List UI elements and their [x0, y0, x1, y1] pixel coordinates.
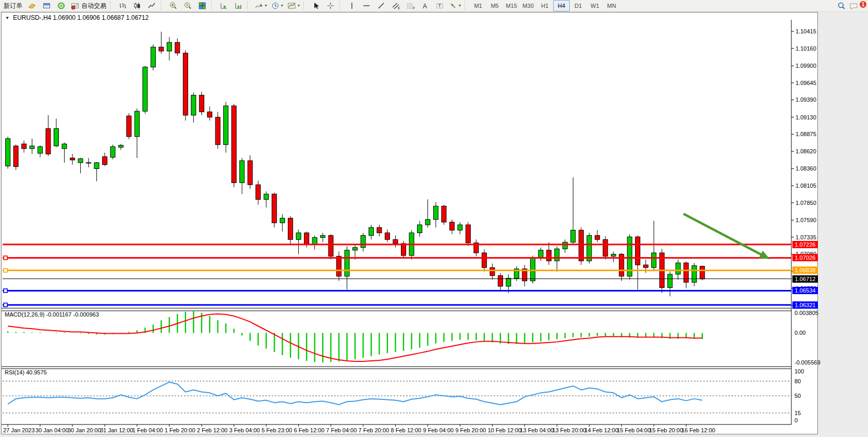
svg-text:T: T: [438, 3, 441, 8]
timeframe-M5[interactable]: M5: [486, 0, 503, 11]
timeframe-M1[interactable]: M1: [470, 0, 486, 11]
bull-candle: [425, 220, 430, 225]
bull-candle: [530, 258, 535, 281]
template-icon: [287, 2, 296, 10]
bull-candle: [54, 129, 58, 146]
gold-ticket-icon: [28, 2, 36, 10]
templates-button[interactable]: ▾: [285, 0, 302, 11]
bear-candle: [288, 218, 293, 239]
new-order-label: 新订单: [4, 2, 22, 10]
bid-price-badge: 1.06712: [792, 275, 818, 283]
time-label: 13 Feb 20:00: [552, 427, 586, 433]
bear-candle: [248, 161, 252, 185]
timeframe-M30[interactable]: M30: [520, 0, 536, 11]
zoom-in-icon: [169, 2, 178, 10]
new-order-button[interactable]: 新订单: [2, 0, 25, 11]
timeframe-H1[interactable]: H1: [536, 0, 553, 11]
timeframe-M15[interactable]: M15: [503, 0, 520, 11]
chart-plot[interactable]: [2, 13, 817, 430]
navigator-button[interactable]: [54, 0, 68, 11]
zoom-out-button[interactable]: [180, 0, 195, 11]
bull-candle: [692, 265, 696, 282]
bear-candle: [328, 236, 333, 257]
time-label: 5 Feb 23:00: [262, 427, 292, 433]
bear-candle: [102, 156, 107, 164]
price-badge-1.06534[interactable]: 1.06534: [792, 287, 818, 294]
chart-shift-button[interactable]: [231, 0, 246, 11]
chart-window: ▼ EURUSD-,H4 1.06900 1.06906 1.06687 1.0…: [1, 12, 818, 434]
toolbar-separator: [211, 2, 215, 10]
auto-scroll-icon: [219, 2, 228, 10]
price-badge-1.06838[interactable]: 1.06838: [792, 266, 818, 274]
chart-shift-icon: [234, 2, 243, 10]
horizontal-line-button[interactable]: [359, 0, 374, 11]
equidistant-channel-button[interactable]: E: [388, 0, 403, 11]
text-label-icon: T: [435, 2, 444, 10]
price-tick-label: 1.09645: [796, 80, 816, 86]
bull-candle: [353, 248, 358, 250]
time-label: 16 Feb 12:00: [681, 427, 715, 433]
vertical-line-button[interactable]: [345, 0, 359, 11]
notifications-button[interactable]: 1: [849, 1, 866, 11]
cursor-button[interactable]: [309, 0, 323, 11]
arrows-button[interactable]: ▾: [447, 0, 463, 11]
bull-candle: [86, 163, 91, 163]
new-chart-button[interactable]: [25, 0, 39, 11]
fibonacci-button[interactable]: F: [403, 0, 418, 11]
time-label: 7 Feb 20:00: [359, 427, 389, 433]
price-tick-label: 1.10415: [796, 28, 816, 34]
price-tick-label: 1.08360: [796, 165, 816, 172]
bear-candle: [183, 53, 188, 115]
timeframe-H4[interactable]: H4: [553, 0, 570, 11]
periods-button[interactable]: ▾: [269, 0, 285, 11]
macd-axis-label: 0.003805: [794, 310, 818, 316]
trendline-button[interactable]: [374, 0, 388, 11]
timeframe-W1[interactable]: W1: [586, 0, 603, 11]
candlestick-chart-button[interactable]: [130, 0, 144, 11]
timeframe-group: M1M5M15M30H1H4D1W1MN: [470, 0, 620, 11]
bear-candle: [401, 244, 406, 256]
price-tick-label: 1.08875: [796, 131, 816, 137]
toolbar-separator: [161, 2, 164, 10]
price-badge-1.07026[interactable]: 1.07026: [792, 254, 818, 261]
bear-candle: [700, 266, 705, 279]
trend-arrow-line[interactable]: [683, 214, 764, 256]
time-label: 9 Feb 04:00: [423, 427, 454, 433]
bear-candle: [14, 146, 18, 167]
rsi-label: RSI(14) 40.9575: [5, 369, 47, 375]
line-chart-button[interactable]: [144, 0, 159, 11]
zoom-in-button[interactable]: [166, 0, 180, 11]
one-click-trading-toggle-icon[interactable]: ▼: [5, 16, 9, 20]
time-label: 10 Feb 12:00: [487, 427, 521, 433]
tile-windows-button[interactable]: [195, 0, 210, 11]
bull-candle: [94, 163, 99, 169]
cursor-arrow-icon: [312, 2, 320, 10]
market-watch-button[interactable]: [39, 0, 54, 11]
hline-handle[interactable]: [4, 256, 7, 260]
search-button[interactable]: [834, 0, 849, 11]
text-label-button[interactable]: T: [432, 0, 447, 11]
bear-candle: [70, 158, 75, 160]
indicators-button[interactable]: ▾: [252, 0, 269, 11]
hline-handle[interactable]: [4, 269, 7, 272]
auto-scroll-button[interactable]: [216, 0, 231, 11]
time-label: 7 Feb 04:00: [326, 427, 357, 433]
time-label: 1 Feb 20:00: [165, 427, 195, 433]
timeframe-MN[interactable]: MN: [603, 0, 620, 11]
text-button[interactable]: A: [418, 0, 432, 11]
bear-candle: [466, 225, 470, 243]
bull-candle: [62, 144, 67, 149]
price-badge-1.06321[interactable]: 1.06321: [792, 301, 818, 309]
bar-chart-button[interactable]: [115, 0, 130, 11]
svg-text:A: A: [423, 3, 427, 10]
hline-handle[interactable]: [4, 303, 7, 307]
bull-candle: [6, 139, 10, 166]
trend-arrow-head[interactable]: [759, 251, 770, 259]
crosshair-button[interactable]: [323, 0, 338, 11]
timeframe-D1[interactable]: D1: [570, 0, 586, 11]
price-badge-1.07226[interactable]: 1.07226: [792, 241, 818, 248]
text-icon: A: [421, 2, 429, 10]
hline-handle[interactable]: [4, 289, 7, 293]
autotrading-button[interactable]: 自动交易: [68, 0, 108, 11]
toolbar-separator: [464, 2, 468, 10]
